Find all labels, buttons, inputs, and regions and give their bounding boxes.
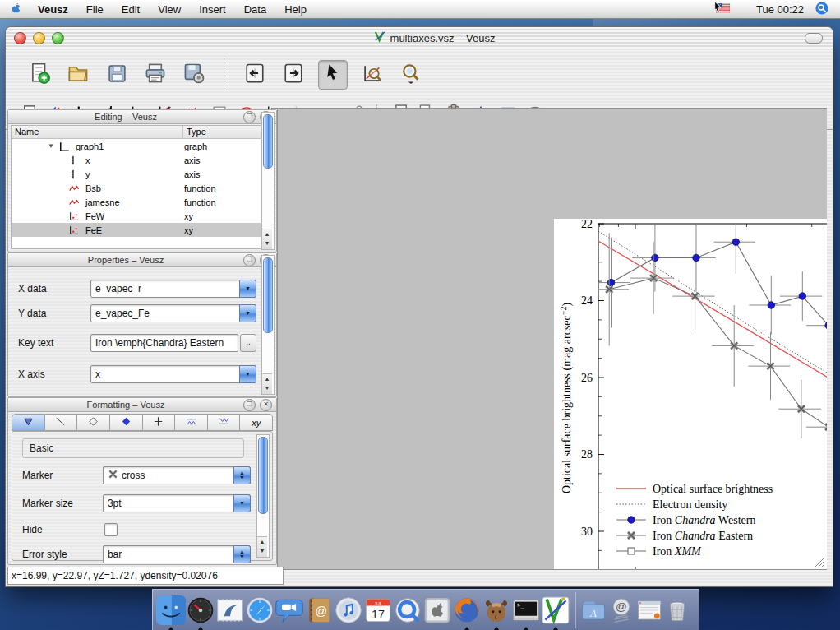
dock-icon-applications-folder[interactable]: A xyxy=(579,591,607,629)
svg-text:Iron Chandra Western: Iron Chandra Western xyxy=(653,514,755,526)
formatting-tab-fillabove[interactable] xyxy=(208,414,241,431)
menu-item-app[interactable]: Veusz xyxy=(29,3,77,16)
menu-item-help[interactable]: Help xyxy=(275,3,316,16)
dock-icon-emacs[interactable] xyxy=(482,591,511,629)
tree-column-name[interactable]: Name xyxy=(12,126,183,138)
scroll-arrows-icon[interactable]: ▲▼ xyxy=(257,536,267,557)
toolbar-toggle-button[interactable] xyxy=(805,33,823,44)
tree-row-jamesne[interactable]: jamesnefunction xyxy=(12,195,261,209)
dock-icon-terminal[interactable]: >_ xyxy=(511,591,541,629)
scroll-arrows-icon[interactable]: ▲▼ xyxy=(262,229,272,249)
dock-icon-safari[interactable] xyxy=(245,591,275,629)
formatting-group-label: Basic xyxy=(22,438,244,458)
formatting-tab-markerborder[interactable] xyxy=(77,414,110,431)
tree-row-graph1[interactable]: ▼graph1graph xyxy=(12,139,261,153)
menu-item-insert[interactable]: Insert xyxy=(190,3,235,16)
stepper-arrows-icon[interactable]: ▲▼ xyxy=(233,545,251,563)
stepper-arrows-icon[interactable]: ▲▼ xyxy=(233,466,251,484)
tree-row-FeE[interactable]: FeExy xyxy=(12,223,261,237)
menu-item-view[interactable]: View xyxy=(149,3,190,16)
formatting-scrollbar[interactable]: ▲▼ xyxy=(256,434,270,558)
svg-text:A: A xyxy=(589,608,597,619)
tree-row-Bsb[interactable]: Bsbfunction xyxy=(12,181,261,195)
formatting-tab-plotline[interactable] xyxy=(45,414,78,431)
formatting-label: Marker xyxy=(12,470,103,481)
open-document-button[interactable] xyxy=(64,61,92,89)
dock-icon-finder[interactable] xyxy=(156,591,186,629)
marker-stepper[interactable]: cross▲▼ xyxy=(103,466,251,484)
save-document-button[interactable] xyxy=(103,61,131,89)
print-document-button[interactable] xyxy=(141,61,169,89)
dock-icon-at-spring[interactable]: @ xyxy=(607,591,635,629)
float-panel-icon[interactable]: ❐ xyxy=(243,254,256,266)
combo-arrow-icon[interactable]: ▼ xyxy=(239,304,256,322)
y-data-combo[interactable]: e_vapec_Fe▼ xyxy=(90,304,256,322)
properties-panel-title-bar[interactable]: Properties – Veusz ❐ ✕ xyxy=(8,253,276,267)
formatting-tab-xy[interactable]: xy xyxy=(240,414,273,431)
tree-column-type[interactable]: Type xyxy=(183,126,210,138)
formatting-tab-errorbar[interactable] xyxy=(143,414,176,431)
formatting-panel-title-bar[interactable]: Formatting – Veusz ❐ ✕ xyxy=(8,398,276,412)
x-data-combo[interactable]: e_vapec_r▼ xyxy=(90,280,256,298)
mouse-cursor-icon xyxy=(712,1,724,18)
zoom-window-button[interactable] xyxy=(52,32,64,44)
editing-scrollbar[interactable]: ▲▼ xyxy=(261,112,275,250)
formatting-tab-fillbelow[interactable] xyxy=(175,414,208,431)
tree-row-y[interactable]: yaxis xyxy=(12,167,261,181)
menu-clock[interactable]: Tue 00:22 xyxy=(735,3,812,16)
zoom-graph-button[interactable] xyxy=(358,61,386,89)
menu-item-file[interactable]: File xyxy=(77,3,113,16)
key-text-input[interactable]: Iron \emph{Chandra} Eastern xyxy=(90,334,238,352)
widget-type: function xyxy=(179,183,216,193)
marker-size-combo[interactable]: 3pt▼ xyxy=(103,494,251,512)
menu-item-data[interactable]: Data xyxy=(235,3,275,16)
new-document-button[interactable] xyxy=(25,61,53,89)
error-style-stepper[interactable]: bar▲▼ xyxy=(103,545,251,563)
dock-icon-ichat[interactable] xyxy=(275,591,304,629)
properties-scrollbar[interactable]: ▲▼ xyxy=(261,255,275,395)
menu-item-edit[interactable]: Edit xyxy=(113,3,149,16)
export-document-button[interactable] xyxy=(180,61,208,89)
combo-arrow-icon[interactable]: ▼ xyxy=(233,494,251,512)
previous-page-button[interactable] xyxy=(241,61,269,89)
tree-row-FeW[interactable]: FeWxy xyxy=(12,209,261,223)
tab-fillabove-icon xyxy=(218,415,230,429)
dock-icon-ical[interactable]: JUL17 xyxy=(363,591,393,629)
window-title-bar[interactable]: multiaxes.vsz – Veusz xyxy=(6,27,833,49)
select-pointer-button[interactable] xyxy=(318,60,348,90)
dock-icon-trash[interactable] xyxy=(663,591,691,629)
dock-icon-itunes[interactable] xyxy=(334,591,363,629)
combo-arrow-icon[interactable]: ▼ xyxy=(239,280,256,298)
zoom-menu-button[interactable] xyxy=(397,61,425,89)
next-page-button[interactable] xyxy=(279,61,307,89)
spotlight-icon[interactable] xyxy=(815,2,828,17)
window-resize-grip[interactable] xyxy=(814,556,824,567)
dock-icon-firefox[interactable] xyxy=(452,591,482,629)
dock-icon-mail[interactable] xyxy=(215,591,245,629)
dock-icon-quicktime[interactable] xyxy=(393,591,422,629)
formatting-tab-markerfill[interactable] xyxy=(110,414,143,431)
formatting-tab-main[interactable] xyxy=(12,414,45,431)
combo-arrow-icon[interactable]: ▼ xyxy=(239,365,256,383)
hide-checkbox[interactable] xyxy=(104,523,118,536)
disclosure-triangle-icon[interactable]: ▼ xyxy=(48,142,58,150)
minimize-window-button[interactable] xyxy=(33,32,45,44)
float-panel-icon[interactable]: ❐ xyxy=(243,399,256,411)
x-axis-combo[interactable]: x▼ xyxy=(90,365,256,383)
graph-page[interactable]: 1010022242628301.81.61.41.210.80.60.40.0… xyxy=(554,219,827,570)
dock-icon-system-preferences[interactable] xyxy=(422,591,452,629)
tree-row-x[interactable]: xaxis xyxy=(12,153,261,167)
dock-icon-veusz[interactable] xyxy=(541,591,570,629)
apple-menu-icon[interactable] xyxy=(10,2,22,17)
float-panel-icon[interactable]: ❐ xyxy=(243,111,256,123)
dock-icon-dashboard[interactable] xyxy=(186,591,215,629)
close-panel-icon[interactable]: ✕ xyxy=(260,399,272,411)
editing-panel-title-bar[interactable]: Editing – Veusz ❐ ✕ xyxy=(8,110,276,124)
dock-icon-address-book[interactable]: @ xyxy=(304,591,334,629)
dock-icon-minimized-window[interactable] xyxy=(635,591,663,629)
property-label: Key text xyxy=(8,337,90,349)
key-text-more-button[interactable]: .. xyxy=(240,334,256,352)
close-window-button[interactable] xyxy=(14,32,26,44)
scroll-arrows-icon[interactable]: ▲▼ xyxy=(262,373,272,394)
widget-type: xy xyxy=(179,211,193,221)
